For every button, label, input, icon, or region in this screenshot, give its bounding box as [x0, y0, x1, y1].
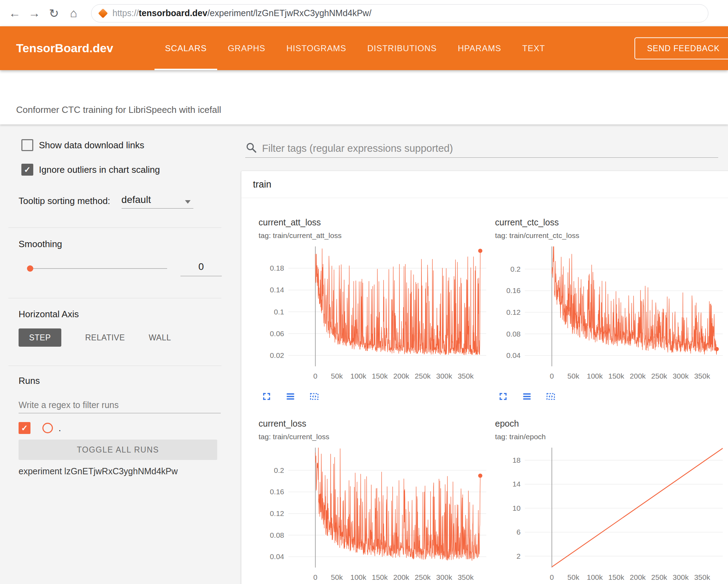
- search-icon: [245, 142, 257, 154]
- tooltip-sorting-row: Tooltip sorting method: default: [19, 193, 241, 209]
- y-axis-tick-label: 18: [513, 456, 521, 464]
- run-color-circle-icon[interactable]: [42, 423, 53, 433]
- y-axis-tick-label: 0.1: [274, 308, 284, 316]
- axis-relative-button[interactable]: RELATIVE: [73, 328, 137, 347]
- chart-tag: tag: train/epoch: [495, 432, 726, 441]
- show-download-links-row[interactable]: Show data download links: [21, 139, 241, 151]
- smoothing-value[interactable]: 0: [180, 261, 222, 276]
- x-axis-tick-label: 50k: [568, 573, 579, 581]
- y-axis-tick-label: 14: [513, 480, 521, 488]
- chart-tag: tag: train/current_ctc_loss: [495, 231, 726, 240]
- train-card: train current_att_losstag: train/current…: [241, 171, 728, 584]
- data-lines-icon[interactable]: [521, 391, 533, 403]
- axis-wall-button[interactable]: WALL: [137, 328, 183, 347]
- last-point-marker[interactable]: [478, 474, 482, 478]
- run-name: .: [59, 423, 61, 434]
- filter-tags-row: [245, 139, 718, 158]
- address-bar[interactable]: https://tensorboard.dev/experiment/lzGnE…: [91, 4, 708, 22]
- y-axis-tick-label: 0.08: [270, 531, 284, 539]
- tab-histograms[interactable]: HISTOGRAMS: [276, 26, 357, 70]
- settings-sidebar: Show data download links ✓ Ignore outlie…: [0, 124, 241, 584]
- x-axis-tick-label: 250k: [651, 372, 667, 380]
- y-axis-tick-label: 0.14: [270, 286, 284, 294]
- chart-canvas[interactable]: 26101418050k100k150k200k250k300k350k: [495, 445, 724, 584]
- tooltip-sorting-dropdown[interactable]: default: [122, 194, 193, 209]
- url-text[interactable]: https://tensorboard.dev/experiment/lzGnE…: [112, 8, 371, 18]
- x-axis-labels: 050k100k150k200k250k300k350k: [313, 573, 474, 581]
- x-axis-tick-label: 200k: [393, 372, 410, 380]
- browser-home-button[interactable]: ⌂: [64, 6, 83, 20]
- ignore-outliers-row[interactable]: ✓ Ignore outliers in chart scaling: [21, 164, 241, 176]
- y-axis-tick-label: 0.08: [506, 330, 521, 338]
- runs-filter-input[interactable]: [19, 397, 221, 413]
- fullscreen-icon[interactable]: [497, 391, 509, 403]
- last-point-marker[interactable]: [715, 347, 719, 351]
- x-axis-tick-label: 150k: [608, 573, 624, 581]
- fit-domain-icon[interactable]: [545, 391, 557, 403]
- app-header: TensorBoard.dev SCALARSGRAPHSHISTOGRAMSD…: [0, 26, 728, 70]
- x-axis-tick-label: 150k: [608, 372, 624, 380]
- tooltip-sorting-label: Tooltip sorting method:: [19, 196, 110, 209]
- fit-domain-icon[interactable]: [308, 391, 320, 403]
- filter-tags-input[interactable]: [262, 143, 718, 154]
- tab-graphs[interactable]: GRAPHS: [217, 26, 276, 70]
- y-axis-tick-label: 0.18: [270, 264, 284, 272]
- y-axis-tick-label: 0.12: [506, 308, 521, 316]
- y-axis-tick-label: 2: [516, 552, 521, 560]
- x-axis-tick-label: 200k: [393, 573, 410, 581]
- url-scheme: https://: [112, 8, 139, 18]
- horizontal-axis-buttons: STEP RELATIVE WALL: [19, 328, 241, 347]
- x-axis-tick-label: 200k: [630, 573, 646, 581]
- x-axis-tick-label: 50k: [331, 372, 343, 380]
- browser-reload-button[interactable]: ↻: [44, 6, 64, 20]
- browser-forward-button[interactable]: →: [25, 6, 44, 20]
- browser-back-button[interactable]: ←: [5, 6, 25, 20]
- x-axis-tick-label: 300k: [436, 573, 452, 581]
- x-axis-labels: 050k100k150k200k250k300k350k: [313, 372, 474, 380]
- smoothing-slider-row: 0: [19, 259, 241, 278]
- y-axis-tick-label: 0.2: [274, 466, 284, 474]
- checkbox-checked-icon[interactable]: ✓: [21, 164, 33, 176]
- last-point-marker[interactable]: [478, 249, 482, 253]
- toggle-all-runs-button[interactable]: TOGGLE ALL RUNS: [19, 440, 217, 460]
- x-axis-tick-label: 300k: [436, 372, 452, 380]
- x-axis-tick-label: 100k: [350, 573, 366, 581]
- fullscreen-icon[interactable]: [261, 391, 273, 403]
- app-logo[interactable]: TensorBoard.dev: [16, 41, 113, 55]
- x-axis-tick-label: 0: [313, 372, 317, 380]
- x-axis-tick-label: 0: [550, 573, 554, 581]
- data-lines-icon[interactable]: [284, 391, 296, 403]
- tensorboard-favicon-icon: [98, 8, 108, 18]
- tab-distributions[interactable]: DISTRIBUTIONS: [357, 26, 447, 70]
- y-axis-tick-label: 0.16: [506, 286, 521, 294]
- chart-canvas[interactable]: 0.040.080.120.160.2050k100k150k200k250k3…: [495, 244, 724, 384]
- chart-canvas[interactable]: 0.020.060.10.140.18050k100k150k200k250k3…: [259, 244, 488, 384]
- x-axis-tick-label: 300k: [673, 372, 689, 380]
- x-axis-tick-label: 100k: [350, 372, 366, 380]
- smoothing-slider[interactable]: [30, 265, 167, 272]
- series-line: [315, 445, 480, 561]
- y-gridlines: 26101418: [513, 456, 723, 560]
- tab-scalars[interactable]: SCALARS: [154, 26, 217, 70]
- chart-canvas[interactable]: 0.040.080.120.160.2050k100k150k200k250k3…: [259, 445, 488, 584]
- chart-epoch: epochtag: train/epoch26101418050k100k150…: [495, 418, 726, 584]
- slider-track[interactable]: [30, 268, 167, 269]
- x-axis-tick-label: 150k: [372, 573, 388, 581]
- divider: [8, 228, 221, 228]
- experiment-description: Conformer CTC training for LibriSpeech w…: [16, 104, 221, 115]
- chevron-down-icon: [185, 200, 191, 204]
- tab-text[interactable]: TEXT: [512, 26, 556, 70]
- x-axis-tick-label: 250k: [415, 573, 431, 581]
- checkbox-unchecked-icon[interactable]: [21, 139, 33, 151]
- train-card-header[interactable]: train: [241, 171, 728, 198]
- chart-title: epoch: [495, 418, 726, 429]
- x-axis-tick-label: 100k: [587, 372, 603, 380]
- slider-knob[interactable]: [27, 265, 33, 272]
- chart-current_loss: current_losstag: train/current_loss0.040…: [259, 418, 490, 584]
- run-checkbox-checked-icon[interactable]: ✓: [19, 422, 30, 434]
- tab-hparams[interactable]: HPARAMS: [447, 26, 512, 70]
- x-axis-tick-label: 200k: [630, 372, 646, 380]
- y-axis-tick-label: 6: [516, 528, 521, 536]
- send-feedback-button[interactable]: SEND FEEDBACK: [634, 37, 728, 59]
- axis-step-button[interactable]: STEP: [19, 328, 61, 347]
